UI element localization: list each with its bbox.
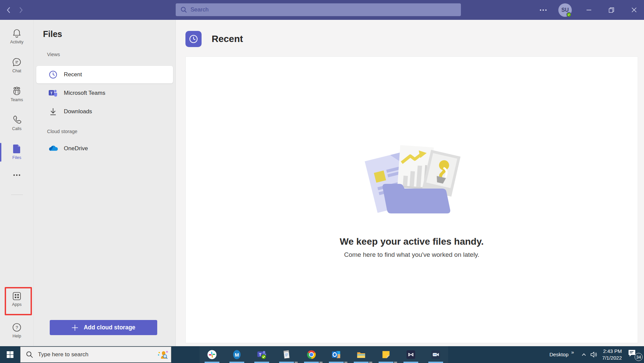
teams-people-icon [11,86,22,96]
show-hidden-icons-button[interactable] [579,346,589,363]
main-header: Recent [185,31,243,47]
windows-taskbar: M T [0,346,644,363]
restore-button[interactable] [604,0,619,20]
sidebar-item-downloads[interactable]: Downloads [36,103,173,120]
rail-label-chat: Chat [12,69,21,73]
ellipsis-icon [540,9,547,11]
rail-item-help[interactable]: ? Help [0,322,34,338]
sidebar-item-label: Recent [64,71,82,78]
rail-item-files[interactable]: Files [0,144,34,160]
notification-count-badge: 34 [635,353,643,361]
sidebar-item-microsoft-teams[interactable]: T Microsoft Teams [36,84,173,102]
taskbar-notepad-icon[interactable] [274,346,299,363]
search-icon [26,351,33,358]
titlebar: SU ✓ [0,0,644,20]
microsoft-teams-icon: T [48,89,58,97]
taskbar-microsoft-teams-icon[interactable]: T [249,346,274,363]
sidebar-item-recent[interactable]: Recent [36,66,173,83]
taskbar-search[interactable] [20,347,171,363]
help-icon: ? [12,322,22,332]
views-section-label: Views [47,52,60,57]
add-cloud-storage-button[interactable]: Add cloud storage [50,320,157,335]
forward-button[interactable] [15,5,26,15]
search-highlights-icon[interactable] [157,349,168,360]
sidebar-item-label: OneDrive [64,145,88,152]
chat-icon [12,57,22,67]
rail-more-apps-button[interactable] [0,174,34,176]
minimize-button[interactable] [581,0,597,20]
file-icon [12,144,22,154]
clock-icon [49,70,57,79]
taskbar-m-app-icon[interactable]: M [224,346,249,363]
back-button[interactable] [3,5,14,15]
svg-text:M: M [235,352,239,358]
sidebar-item-label: Downloads [64,108,92,115]
empty-state-title: We keep your active files handy. [340,236,483,247]
presence-available-icon: ✓ [566,12,571,17]
taskbar-video-chat-icon[interactable] [423,346,448,363]
main-content: Recent [176,20,644,346]
recent-files-panel: We keep your active files handy. Come he… [185,56,638,343]
phone-icon [12,115,22,125]
windows-logo-icon [6,351,14,359]
rail-item-activity[interactable]: Activity [0,28,34,44]
volume-button[interactable] [589,346,599,363]
clock-time: 2:43 PM [602,348,622,355]
chevron-double-right-icon: » [571,349,574,355]
taskbar-chrome-icon[interactable] [299,346,324,363]
rail-label-apps: Apps [12,302,22,307]
start-button[interactable] [0,346,20,363]
taskbar-outlook-icon[interactable] [324,346,349,363]
bell-icon [12,28,22,38]
taskbar-sticky-notes-icon[interactable] [374,346,398,363]
action-center-button[interactable]: 34 [627,346,644,363]
files-sidebar: Files Views Recent T Microsoft Teams [34,20,176,346]
download-icon [49,107,57,116]
restore-icon [609,7,614,13]
rail-divider [11,195,23,195]
desktop-button[interactable]: Desktop » [549,352,574,358]
rail-item-teams[interactable]: Teams [0,86,34,102]
taskbar-bowtie-app-icon[interactable] [398,346,423,363]
cloud-storage-section-label: Cloud storage [47,129,77,134]
app-rail: Activity Chat Teams Calls [0,20,34,346]
empty-files-illustration [358,137,466,224]
rail-item-calls[interactable]: Calls [0,115,34,131]
rail-item-apps[interactable]: Apps [0,291,34,307]
chevron-up-icon [581,352,587,357]
clock-icon [189,34,198,44]
system-tray: Desktop » 2:43 PM 7/1/2022 34 [549,346,644,363]
more-options-button[interactable] [535,0,551,20]
svg-text:T: T [50,91,53,95]
speaker-icon [590,351,598,358]
clock-date: 7/1/2022 [602,355,622,361]
rail-label-help: Help [12,334,21,338]
taskbar-search-input[interactable] [33,351,157,358]
rail-label-teams: Teams [11,97,23,102]
svg-text:T: T [259,352,261,357]
taskbar-file-explorer-icon[interactable] [349,346,374,363]
apps-grid-icon [12,291,22,301]
sidebar-item-onedrive[interactable]: OneDrive [36,140,173,157]
page-title: Recent [212,34,243,44]
search-input[interactable] [176,3,461,16]
taskbar-apps: M T [200,346,448,363]
desktop-label: Desktop [549,352,568,358]
taskbar-slack-icon[interactable] [200,346,224,363]
rail-label-activity: Activity [10,40,24,44]
rail-label-calls: Calls [12,126,22,131]
rail-label-files: Files [12,155,21,160]
add-cloud-storage-label: Add cloud storage [84,324,135,331]
rail-item-chat[interactable]: Chat [0,57,34,73]
svg-text:?: ? [15,325,18,330]
taskbar-clock[interactable]: 2:43 PM 7/1/2022 [602,348,622,361]
minimize-icon [587,10,591,10]
close-button[interactable] [626,0,642,20]
close-icon [632,7,637,12]
sidebar-item-label: Microsoft Teams [64,90,105,96]
recent-header-badge [185,31,202,47]
plus-icon [72,324,78,331]
ellipsis-icon [13,174,21,176]
chevron-left-icon [6,7,11,13]
chevron-right-icon [18,7,24,13]
